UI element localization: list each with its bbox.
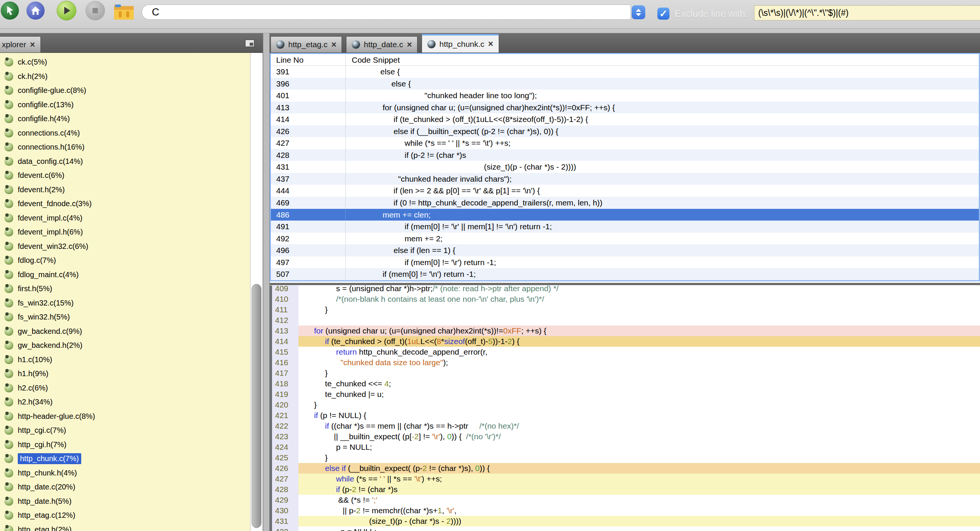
table-row[interactable]: 428 if (p-2 != (char *)s xyxy=(271,149,979,161)
table-row[interactable]: 401 "chunked header line too long"); xyxy=(271,89,979,102)
table-row[interactable]: 496 else if (len == 1) { xyxy=(271,244,979,256)
table-row[interactable]: 391 else { xyxy=(271,66,979,78)
editor-line[interactable]: 424 p = NULL; xyxy=(270,442,980,452)
file-item[interactable]: http_chunk.c(7%) xyxy=(0,452,250,466)
file-item[interactable]: connections.h(16%) xyxy=(0,140,250,154)
column-header-code-snippet[interactable]: Code Snippet xyxy=(346,54,400,65)
editor-line[interactable]: 419 te_chunked |= u; xyxy=(270,389,980,399)
editor-line[interactable]: 412 xyxy=(270,315,980,326)
editor-line[interactable]: 410 /*(non-blank h contains at least one… xyxy=(270,294,980,304)
editor-tab-http_date.c[interactable]: http_date.c× xyxy=(346,36,417,52)
home-button[interactable] xyxy=(27,2,45,20)
exclude-checkbox[interactable]: ✓ xyxy=(657,8,670,20)
combo-stepper-icon[interactable] xyxy=(632,5,645,19)
search-combo[interactable]: C xyxy=(142,5,631,20)
editor-line[interactable]: 409 s = (unsigned char *)h->ptr;/* (note… xyxy=(270,286,980,294)
editor-line[interactable]: 422 if ((char *)s == mem || (char *)s ==… xyxy=(270,421,980,431)
editor-line[interactable]: 423 || __builtin_expect( (p[-2] != '\r')… xyxy=(270,431,980,442)
table-row[interactable]: 427 while (*s == ' ' || *s == '\t') ++s; xyxy=(271,137,979,149)
file-item[interactable]: fdevent_impl.h(6%) xyxy=(0,225,250,239)
sidebar-scrollbar[interactable] xyxy=(250,53,263,531)
file-item[interactable]: h2.c(6%) xyxy=(0,381,250,396)
file-item[interactable]: http_date.h(5%) xyxy=(0,494,250,509)
file-item[interactable]: ck.h(2%) xyxy=(0,70,250,84)
exclude-pattern-input[interactable] xyxy=(754,5,980,21)
file-item[interactable]: http_cgi.h(7%) xyxy=(0,438,250,452)
file-item[interactable]: gw_backend.c(9%) xyxy=(0,324,250,339)
editor-line[interactable]: 420 } xyxy=(270,399,980,410)
file-item[interactable]: connections.c(4%) xyxy=(0,126,250,140)
table-row[interactable]: 492 mem += 2; xyxy=(271,233,979,245)
table-row[interactable]: 486 mem += clen; xyxy=(271,209,979,221)
editor-line[interactable]: 417 } xyxy=(270,368,980,378)
column-header-line-no[interactable]: Line No xyxy=(271,54,346,65)
file-item[interactable]: fs_win32.c(15%) xyxy=(0,296,250,310)
file-item[interactable]: gw_backend.h(2%) xyxy=(0,339,250,353)
close-icon[interactable]: × xyxy=(30,40,35,49)
sidebar-scrollbar-thumb[interactable] xyxy=(251,284,261,528)
table-row[interactable]: 507 if (mem[0] != '\n') return -1; xyxy=(271,268,979,280)
editor-tab-http_chunk.c[interactable]: http_chunk.c× xyxy=(422,34,499,52)
close-icon[interactable]: × xyxy=(488,40,493,48)
tab-explorer[interactable]: xplorer × xyxy=(0,36,41,52)
editor-line[interactable]: 430 || p-2 != memchr((char *)s+1, '\r', xyxy=(270,505,980,516)
editor-line[interactable]: 418 te_chunked <<= 4; xyxy=(270,378,980,389)
editor-line[interactable]: 427 while (*s == ' ' || *s == '\t') ++s; xyxy=(270,474,980,484)
file-item[interactable]: fdevent.h(2%) xyxy=(0,183,250,197)
close-icon[interactable]: × xyxy=(407,40,412,49)
table-row[interactable]: 414 if (te_chunked > (off_t)(1uLL<<(8*si… xyxy=(271,113,979,126)
file-item[interactable]: data_config.c(14%) xyxy=(0,154,250,169)
open-folder-icon[interactable] xyxy=(113,2,135,21)
editor-line[interactable]: 415 return http_chunk_decode_append_erro… xyxy=(270,347,980,357)
file-item[interactable]: http_etag.c(12%) xyxy=(0,508,250,523)
file-item[interactable]: ck.c(5%) xyxy=(0,55,250,70)
editor-line[interactable]: 428 if (p-2 != (char *)s xyxy=(270,484,980,495)
table-row[interactable]: 396 else { xyxy=(271,78,979,90)
file-item[interactable]: fdevent_fdnode.c(3%) xyxy=(0,197,250,211)
stop-button[interactable] xyxy=(85,1,105,21)
file-item[interactable]: http_chunk.h(4%) xyxy=(0,466,250,480)
file-item[interactable]: http_date.c(20%) xyxy=(0,480,250,494)
file-item[interactable]: h2.h(34%) xyxy=(0,395,250,409)
editor-line[interactable]: 429 && (*s != ';' xyxy=(270,495,980,505)
table-row[interactable]: 431 (size_t)(p - (char *)s - 2)))) xyxy=(271,161,979,173)
file-item[interactable]: http-header-glue.c(8%) xyxy=(0,409,250,424)
editor-line[interactable]: 431 (size_t)(p - (char *)s - 2)))) xyxy=(270,516,980,526)
table-row[interactable]: 426 else if (__builtin_expect( (p-2 != (… xyxy=(271,126,979,137)
table-row[interactable]: 469 if (0 != http_chunk_decode_append_tr… xyxy=(271,197,979,209)
editor-line[interactable]: 416 "chunked data size too large"); xyxy=(270,357,980,368)
table-row[interactable]: 491 if (mem[0] != '\r' || mem[1] != '\n'… xyxy=(271,221,979,233)
editor-tab-http_etag.c[interactable]: http_etag.c× xyxy=(270,36,342,52)
editor-line[interactable]: 414 if (te_chunked > (off_t)(1uLL<<(8*si… xyxy=(270,336,980,347)
file-item[interactable]: http_cgi.c(7%) xyxy=(0,423,250,438)
file-item[interactable]: fdevent_impl.c(4%) xyxy=(0,211,250,226)
editor-line[interactable]: 426 else if (__builtin_expect( (p-2 != (… xyxy=(270,463,980,474)
file-item[interactable]: fdevent.c(6%) xyxy=(0,169,250,183)
file-item[interactable]: h1.c(10%) xyxy=(0,353,250,367)
horizontal-splitter[interactable] xyxy=(270,281,980,286)
editor-line[interactable]: 413 for (unsigned char u; (u=(unsigned c… xyxy=(270,326,980,336)
file-item[interactable]: fdlog.c(7%) xyxy=(0,253,250,268)
run-button[interactable] xyxy=(57,1,76,21)
editor-line[interactable]: 425 } xyxy=(270,452,980,463)
panel-minimize-icon[interactable] xyxy=(245,39,255,47)
table-row[interactable]: 497 if (mem[0] != '\r') return -1; xyxy=(271,256,979,269)
cursor-tool-button[interactable] xyxy=(1,2,19,20)
table-row[interactable]: 437 "chunked header invalid chars"); xyxy=(271,173,979,185)
table-row[interactable]: 444 if (len >= 2 && p[0] == '\r' && p[1]… xyxy=(271,185,979,197)
file-item[interactable]: configfile.h(4%) xyxy=(0,112,250,126)
file-item[interactable]: fdlog_maint.c(4%) xyxy=(0,268,250,282)
file-item[interactable]: configfile.c(13%) xyxy=(0,98,250,112)
file-item[interactable]: h1.h(9%) xyxy=(0,367,250,381)
file-item[interactable]: first.h(5%) xyxy=(0,282,250,296)
file-item[interactable]: http_etag.h(2%) xyxy=(0,523,250,531)
file-item[interactable]: configfile-glue.c(8%) xyxy=(0,83,250,98)
close-icon[interactable]: × xyxy=(331,40,336,49)
editor-line[interactable]: 411 } xyxy=(270,304,980,315)
file-item[interactable]: fs_win32.h(5%) xyxy=(0,310,250,324)
editor-line[interactable]: 432 p = NULL; xyxy=(270,526,980,531)
panel-divider[interactable] xyxy=(263,33,270,531)
table-row[interactable]: 413 for (unsigned char u; (u=(unsigned c… xyxy=(271,102,979,114)
editor-line[interactable]: 421 if (p != NULL) { xyxy=(270,410,980,421)
file-item[interactable]: fdevent_win32.c(6%) xyxy=(0,239,250,254)
